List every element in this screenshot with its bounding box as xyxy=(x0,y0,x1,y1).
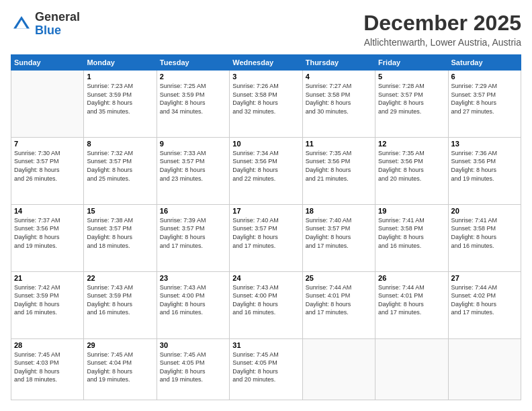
month-title: December 2025 xyxy=(363,11,521,36)
day-info: Sunrise: 7:45 AM Sunset: 4:03 PM Dayligh… xyxy=(14,351,81,384)
week-row-4: 28Sunrise: 7:45 AM Sunset: 4:03 PM Dayli… xyxy=(11,338,521,400)
day-number: 20 xyxy=(451,207,518,215)
day-info: Sunrise: 7:26 AM Sunset: 3:58 PM Dayligh… xyxy=(232,82,299,116)
day-cell: 8Sunrise: 7:32 AM Sunset: 3:57 PM Daylig… xyxy=(84,137,157,204)
day-cell: 3Sunrise: 7:26 AM Sunset: 3:58 PM Daylig… xyxy=(230,71,302,138)
day-cell: 20Sunrise: 7:41 AM Sunset: 3:58 PM Dayli… xyxy=(448,204,521,271)
day-cell: 29Sunrise: 7:45 AM Sunset: 4:04 PM Dayli… xyxy=(84,338,157,400)
day-number: 29 xyxy=(87,341,153,349)
location-title: Altlichtenwarth, Lower Austria, Austria xyxy=(363,37,521,48)
day-info: Sunrise: 7:42 AM Sunset: 3:59 PM Dayligh… xyxy=(14,283,81,317)
day-info: Sunrise: 7:45 AM Sunset: 4:05 PM Dayligh… xyxy=(160,351,226,384)
day-info: Sunrise: 7:45 AM Sunset: 4:04 PM Dayligh… xyxy=(87,351,153,384)
day-cell: 14Sunrise: 7:37 AM Sunset: 3:56 PM Dayli… xyxy=(11,204,84,271)
day-number: 12 xyxy=(378,140,445,148)
title-block: December 2025 Altlichtenwarth, Lower Aus… xyxy=(363,11,521,48)
weekday-header-friday: Friday xyxy=(375,55,448,71)
day-cell: 13Sunrise: 7:36 AM Sunset: 3:56 PM Dayli… xyxy=(448,137,521,204)
day-cell: 9Sunrise: 7:33 AM Sunset: 3:57 PM Daylig… xyxy=(157,137,229,204)
day-number: 22 xyxy=(87,274,153,282)
day-cell: 4Sunrise: 7:27 AM Sunset: 3:58 PM Daylig… xyxy=(302,71,375,138)
day-info: Sunrise: 7:41 AM Sunset: 3:58 PM Dayligh… xyxy=(378,216,445,250)
day-number: 5 xyxy=(378,73,445,81)
day-cell: 2Sunrise: 7:25 AM Sunset: 3:59 PM Daylig… xyxy=(157,71,229,138)
day-info: Sunrise: 7:28 AM Sunset: 3:57 PM Dayligh… xyxy=(378,82,445,116)
day-number: 23 xyxy=(160,274,226,282)
day-cell: 10Sunrise: 7:34 AM Sunset: 3:56 PM Dayli… xyxy=(230,137,302,204)
day-info: Sunrise: 7:43 AM Sunset: 4:00 PM Dayligh… xyxy=(160,283,226,317)
day-cell: 24Sunrise: 7:43 AM Sunset: 4:00 PM Dayli… xyxy=(230,271,302,338)
day-number: 6 xyxy=(451,73,518,81)
day-info: Sunrise: 7:36 AM Sunset: 3:56 PM Dayligh… xyxy=(451,149,518,183)
day-number: 4 xyxy=(306,73,372,81)
day-cell xyxy=(11,71,84,138)
day-number: 30 xyxy=(160,341,226,349)
day-info: Sunrise: 7:44 AM Sunset: 4:01 PM Dayligh… xyxy=(306,283,372,317)
logo-blue: Blue xyxy=(35,24,61,37)
day-number: 2 xyxy=(160,73,226,81)
day-info: Sunrise: 7:27 AM Sunset: 3:58 PM Dayligh… xyxy=(306,82,372,116)
week-row-1: 7Sunrise: 7:30 AM Sunset: 3:57 PM Daylig… xyxy=(11,137,521,204)
day-number: 28 xyxy=(14,341,81,349)
weekday-header-monday: Monday xyxy=(84,55,157,71)
day-number: 9 xyxy=(160,140,226,148)
day-cell: 28Sunrise: 7:45 AM Sunset: 4:03 PM Dayli… xyxy=(11,338,84,400)
day-cell: 7Sunrise: 7:30 AM Sunset: 3:57 PM Daylig… xyxy=(11,137,84,204)
day-number: 3 xyxy=(232,73,299,81)
day-info: Sunrise: 7:45 AM Sunset: 4:05 PM Dayligh… xyxy=(232,351,299,384)
day-cell: 1Sunrise: 7:23 AM Sunset: 3:59 PM Daylig… xyxy=(84,71,157,138)
week-row-3: 21Sunrise: 7:42 AM Sunset: 3:59 PM Dayli… xyxy=(11,271,521,338)
weekday-header-sunday: Sunday xyxy=(11,55,84,71)
logo-general: General xyxy=(35,10,80,24)
weekday-header-thursday: Thursday xyxy=(302,55,375,71)
week-row-2: 14Sunrise: 7:37 AM Sunset: 3:56 PM Dayli… xyxy=(11,204,521,271)
day-info: Sunrise: 7:32 AM Sunset: 3:57 PM Dayligh… xyxy=(87,149,153,183)
day-info: Sunrise: 7:40 AM Sunset: 3:57 PM Dayligh… xyxy=(232,216,299,250)
day-info: Sunrise: 7:23 AM Sunset: 3:59 PM Dayligh… xyxy=(87,82,153,116)
day-number: 17 xyxy=(232,207,299,215)
day-cell: 25Sunrise: 7:44 AM Sunset: 4:01 PM Dayli… xyxy=(302,271,375,338)
day-info: Sunrise: 7:43 AM Sunset: 3:59 PM Dayligh… xyxy=(87,283,153,317)
day-cell xyxy=(375,338,448,400)
logo-text: General Blue xyxy=(35,11,80,38)
day-cell: 26Sunrise: 7:44 AM Sunset: 4:01 PM Dayli… xyxy=(375,271,448,338)
day-number: 8 xyxy=(87,140,153,148)
day-info: Sunrise: 7:35 AM Sunset: 3:56 PM Dayligh… xyxy=(306,149,372,183)
day-cell: 15Sunrise: 7:38 AM Sunset: 3:57 PM Dayli… xyxy=(84,204,157,271)
day-info: Sunrise: 7:30 AM Sunset: 3:57 PM Dayligh… xyxy=(14,149,81,183)
day-cell: 23Sunrise: 7:43 AM Sunset: 4:00 PM Dayli… xyxy=(157,271,229,338)
day-number: 1 xyxy=(87,73,153,81)
logo-icon xyxy=(11,13,32,35)
weekday-header-saturday: Saturday xyxy=(448,55,521,71)
day-number: 27 xyxy=(451,274,518,282)
day-cell: 30Sunrise: 7:45 AM Sunset: 4:05 PM Dayli… xyxy=(157,338,229,400)
week-row-0: 1Sunrise: 7:23 AM Sunset: 3:59 PM Daylig… xyxy=(11,71,521,138)
day-cell: 18Sunrise: 7:40 AM Sunset: 3:57 PM Dayli… xyxy=(302,204,375,271)
day-number: 25 xyxy=(306,274,372,282)
day-cell: 6Sunrise: 7:29 AM Sunset: 3:57 PM Daylig… xyxy=(448,71,521,138)
day-cell xyxy=(302,338,375,400)
day-number: 26 xyxy=(378,274,445,282)
day-number: 18 xyxy=(306,207,372,215)
day-cell: 11Sunrise: 7:35 AM Sunset: 3:56 PM Dayli… xyxy=(302,137,375,204)
day-info: Sunrise: 7:37 AM Sunset: 3:56 PM Dayligh… xyxy=(14,216,81,250)
day-number: 16 xyxy=(160,207,226,215)
weekday-header-tuesday: Tuesday xyxy=(157,55,229,71)
day-info: Sunrise: 7:35 AM Sunset: 3:56 PM Dayligh… xyxy=(378,149,445,183)
day-info: Sunrise: 7:40 AM Sunset: 3:57 PM Dayligh… xyxy=(306,216,372,250)
day-info: Sunrise: 7:43 AM Sunset: 4:00 PM Dayligh… xyxy=(232,283,299,317)
day-info: Sunrise: 7:44 AM Sunset: 4:01 PM Dayligh… xyxy=(378,283,445,317)
day-cell: 31Sunrise: 7:45 AM Sunset: 4:05 PM Dayli… xyxy=(230,338,302,400)
day-number: 21 xyxy=(14,274,81,282)
weekday-header-wednesday: Wednesday xyxy=(230,55,302,71)
day-number: 7 xyxy=(14,140,81,148)
day-cell: 5Sunrise: 7:28 AM Sunset: 3:57 PM Daylig… xyxy=(375,71,448,138)
day-info: Sunrise: 7:33 AM Sunset: 3:57 PM Dayligh… xyxy=(160,149,226,183)
day-cell: 27Sunrise: 7:44 AM Sunset: 4:02 PM Dayli… xyxy=(448,271,521,338)
day-cell: 19Sunrise: 7:41 AM Sunset: 3:58 PM Dayli… xyxy=(375,204,448,271)
day-cell: 12Sunrise: 7:35 AM Sunset: 3:56 PM Dayli… xyxy=(375,137,448,204)
day-cell xyxy=(448,338,521,400)
day-cell: 16Sunrise: 7:39 AM Sunset: 3:57 PM Dayli… xyxy=(157,204,229,271)
day-number: 13 xyxy=(451,140,518,148)
day-number: 15 xyxy=(87,207,153,215)
